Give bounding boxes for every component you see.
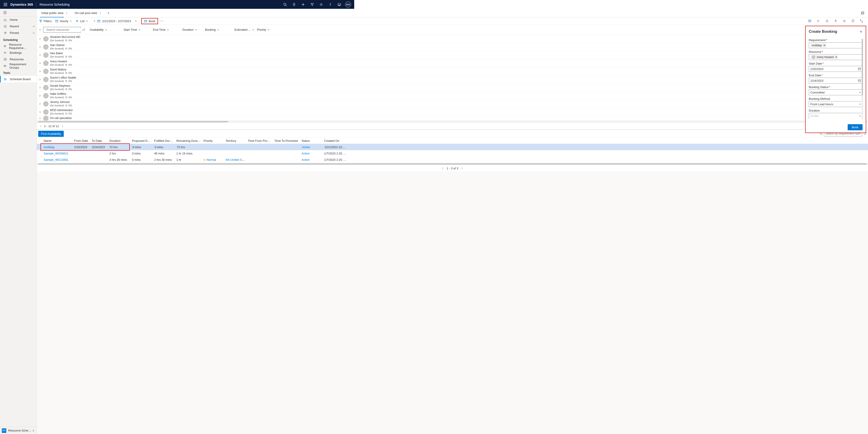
find-availability-button[interactable]: Find Availability xyxy=(38,131,64,137)
row-status[interactable]: Active xyxy=(302,145,310,149)
lightbulb-icon[interactable] xyxy=(289,0,299,9)
nav-recent[interactable]: Recent xyxy=(0,23,37,30)
gh-to[interactable]: To Date xyxy=(89,139,107,142)
resource-row[interactable]: Alan Steiner (0m booked)0% xyxy=(37,43,354,51)
gh-from[interactable]: From Date xyxy=(71,139,89,142)
nav-schedule-board[interactable]: Schedule Board xyxy=(0,76,37,82)
module-label[interactable]: Resource Scheduling xyxy=(39,3,70,6)
resource-row[interactable]: Abraham McCormick MD (0m booked)0% xyxy=(37,35,354,43)
help-icon[interactable] xyxy=(326,0,335,9)
nav-pinned[interactable]: Pinned xyxy=(0,30,37,36)
resource-row[interactable]: Doctor's office Seattle (0m booked)0% xyxy=(37,75,354,84)
grid-row[interactable]: Sample_WO00011 2 hrs 0 mins 45 mins 1 hr… xyxy=(37,150,354,157)
col-availability[interactable]: Availability xyxy=(90,28,124,31)
gh-status[interactable]: Status xyxy=(299,139,321,142)
prev-page-button[interactable] xyxy=(39,125,42,127)
col-end-time[interactable]: End Time xyxy=(153,28,182,31)
gh-remaining[interactable]: Remaining Duration xyxy=(174,139,201,142)
row-status[interactable]: Active xyxy=(302,158,309,162)
svg-point-51 xyxy=(162,21,162,21)
gh-duration[interactable]: Duration xyxy=(107,139,129,142)
expand-row-icon[interactable] xyxy=(37,103,43,105)
sort-icon[interactable] xyxy=(82,28,85,31)
next-range-button[interactable] xyxy=(133,20,138,22)
gh-fulfilled[interactable]: Fulfilled Durat... xyxy=(151,139,174,142)
resource-row[interactable]: Gerald Stephens (0m booked)0% xyxy=(37,84,354,92)
expand-row-icon[interactable] xyxy=(37,95,43,97)
tab-menu-icon[interactable] xyxy=(65,12,68,14)
nav-requirement-groups[interactable]: Requirement Groups xyxy=(0,63,37,69)
resource-row[interactable]: Jeremy Johnson (0m booked)0% xyxy=(37,100,354,108)
scrollbar-thumb[interactable] xyxy=(38,163,354,165)
book-button[interactable]: Book xyxy=(141,18,158,24)
gh-name[interactable]: Name xyxy=(41,139,71,142)
expand-row-icon[interactable] xyxy=(37,46,43,48)
date-range-picker[interactable]: 2/21/2023 - 2/27/2023 xyxy=(97,20,131,23)
row-status[interactable]: Active xyxy=(302,152,309,155)
expand-row-icon[interactable] xyxy=(37,117,43,120)
gh-timefrom[interactable]: Time From Promis... xyxy=(245,139,272,142)
grid-scrollbar[interactable] xyxy=(37,163,354,165)
gh-created[interactable]: Created On xyxy=(321,139,346,142)
col-booking[interactable]: Booking xyxy=(205,28,235,31)
user-avatar[interactable]: MA xyxy=(345,2,351,7)
row-name[interactable]: multiday xyxy=(43,145,55,149)
expand-row-icon[interactable] xyxy=(37,87,43,89)
svg-point-9 xyxy=(284,3,286,5)
plus-icon[interactable] xyxy=(299,0,308,9)
expand-row-icon[interactable] xyxy=(37,70,43,72)
gh-proposed[interactable]: Proposed Dur... xyxy=(129,139,151,142)
tab-initial-public-view[interactable]: Initial public view xyxy=(38,9,72,18)
chevron-down-icon xyxy=(195,29,197,31)
gear-icon[interactable] xyxy=(317,0,326,9)
tab-on-call-pool-view[interactable]: On-call pool view xyxy=(72,9,105,18)
resource-row[interactable]: David Mallory (0m booked)0% xyxy=(37,67,354,75)
tab-menu-icon[interactable] xyxy=(99,12,102,14)
add-tab-button[interactable]: + xyxy=(105,11,112,15)
nav-resources[interactable]: Resources xyxy=(0,56,37,63)
scrollbar-thumb[interactable] xyxy=(38,121,228,122)
prev-range-button[interactable] xyxy=(92,20,97,22)
search-icon[interactable] xyxy=(281,0,289,9)
col-estimated[interactable]: Estimated ... xyxy=(235,28,257,31)
resource-row[interactable]: On-call specialists xyxy=(37,116,354,121)
more-icon[interactable] xyxy=(160,20,163,23)
col-start-time[interactable]: Start Time xyxy=(124,28,153,31)
gh-territory[interactable]: Territory xyxy=(223,139,245,142)
expand-row-icon[interactable] xyxy=(37,111,43,113)
expand-all-icon[interactable] xyxy=(37,29,43,31)
row-name[interactable]: Sample_WO13941 xyxy=(43,158,68,162)
hamburger-icon[interactable] xyxy=(0,9,37,16)
grid-row[interactable]: multiday 2/20/2023 2/24/2023 72 hrs 0 mi… xyxy=(37,144,354,150)
row-name[interactable]: Sample_WO00011 xyxy=(43,152,68,155)
expand-row-icon[interactable] xyxy=(37,62,43,64)
hourly-dropdown[interactable]: Hourly xyxy=(55,20,72,23)
list-dropdown[interactable]: List xyxy=(75,20,88,23)
search-resources-field[interactable] xyxy=(46,28,84,31)
row-from: 2/20/2023 xyxy=(71,145,89,149)
chevron-down-icon xyxy=(138,29,141,31)
nav-home[interactable]: Home xyxy=(0,16,37,23)
gh-timeto[interactable]: Time To Promised xyxy=(272,139,299,142)
col-priority[interactable]: Priority xyxy=(257,28,275,31)
search-resources-input[interactable] xyxy=(43,27,81,33)
app-launcher-icon[interactable] xyxy=(2,1,9,8)
expand-row-icon[interactable] xyxy=(37,78,43,80)
next-page-button[interactable] xyxy=(61,125,64,127)
resource-row[interactable]: Avery Howard (0m booked)0% xyxy=(37,59,354,67)
resource-sub: (0m booked)0% xyxy=(50,88,72,91)
nav-resource-requirements[interactable]: Resource Requireme... xyxy=(0,43,37,49)
grid-row[interactable]: Sample_WO13941 3 hrs 30 mins 0 mins 2 hr… xyxy=(37,157,354,163)
gh-priority[interactable]: Priority xyxy=(201,139,223,142)
expand-row-icon[interactable] xyxy=(37,38,43,40)
col-duration[interactable]: Duration xyxy=(182,28,205,31)
filters-button[interactable]: Filters xyxy=(39,20,52,23)
resource-row[interactable]: MOD Administrator (0m booked)0% xyxy=(37,108,354,116)
horizontal-scrollbar[interactable] xyxy=(37,121,354,123)
resource-row[interactable]: Halle Griffiths (0m booked)0% xyxy=(37,92,354,100)
nav-bookings[interactable]: Bookings xyxy=(0,49,37,56)
assistant-icon[interactable] xyxy=(335,0,344,9)
funnel-icon[interactable] xyxy=(308,0,317,9)
expand-row-icon[interactable] xyxy=(37,54,43,56)
resource-row[interactable]: Alex Baker (0m booked)0% xyxy=(37,51,354,59)
